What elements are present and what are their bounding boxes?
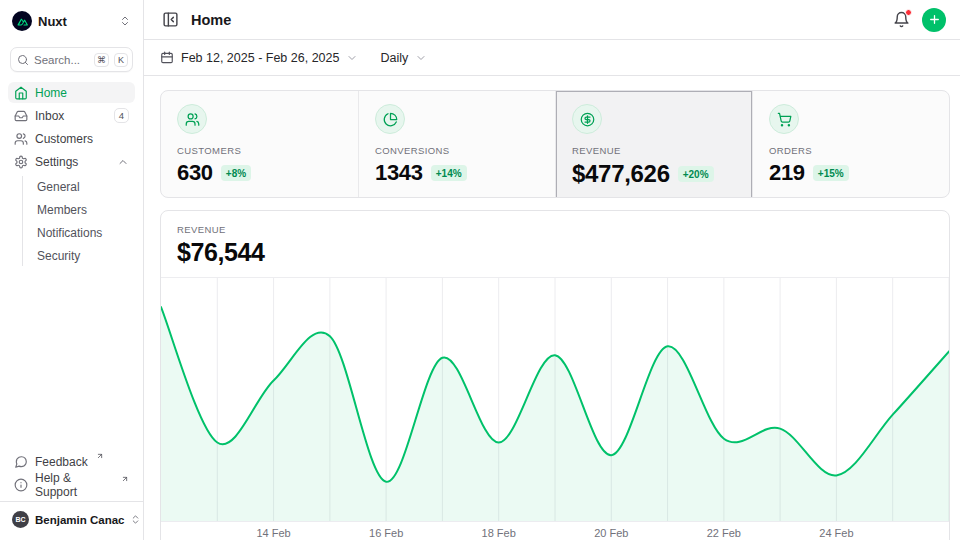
sidebar-item-members[interactable]: Members [35, 199, 135, 220]
chat-bubble-icon [14, 455, 28, 469]
stat-value: 630 [177, 160, 213, 186]
chevrons-up-down-icon [130, 514, 141, 525]
notifications-button[interactable] [891, 9, 912, 30]
x-axis-label: 16 Feb [369, 527, 403, 539]
nuxt-logo [12, 11, 32, 31]
stat-card-orders[interactable]: ORDERS 219 +15% [752, 91, 949, 198]
team-selector[interactable]: Nuxt [8, 8, 135, 34]
collapse-sidebar-button[interactable] [160, 9, 181, 30]
stat-delta-badge: +15% [813, 165, 849, 181]
dashboard-app: Nuxt Search... ⌘ K Home [0, 0, 960, 540]
sidebar-item-label: Settings [35, 155, 78, 169]
info-icon [14, 478, 28, 492]
sidebar-footer-nav: Feedback Help & Support [8, 451, 135, 495]
stats-row: CUSTOMERS 630 +8% CONVERSIONS 1343 +14% [160, 90, 950, 198]
sidebar-item-help-support[interactable]: Help & Support [8, 474, 135, 495]
plus-icon [928, 13, 941, 26]
inbox-count-badge: 4 [114, 108, 129, 123]
stat-delta-badge: +20% [678, 166, 714, 182]
search-icon [17, 54, 29, 66]
stat-card-customers[interactable]: CUSTOMERS 630 +8% [161, 91, 358, 198]
stat-label: REVENUE [572, 145, 736, 156]
chevron-down-icon [346, 52, 358, 64]
add-button[interactable] [922, 8, 946, 32]
filters-toolbar: Feb 12, 2025 - Feb 26, 2025 Daily [144, 40, 960, 76]
sidebar-item-home[interactable]: Home [8, 82, 135, 103]
stat-delta-badge: +8% [221, 165, 251, 181]
revenue-chart-plot[interactable] [161, 278, 949, 522]
chevrons-up-down-icon [119, 15, 131, 27]
sidebar-item-label: General [37, 180, 80, 194]
stat-label: CONVERSIONS [375, 145, 539, 156]
users-icon [177, 104, 207, 134]
main-panel: Home Feb 12, 2025 - Feb 26, 2025 [144, 0, 960, 540]
date-range-value: Feb 12, 2025 - Feb 26, 2025 [181, 51, 339, 65]
users-icon [14, 132, 28, 146]
sidebar-item-security[interactable]: Security [35, 245, 135, 266]
user-name: Benjamin Canac [35, 514, 124, 526]
page-title: Home [191, 12, 231, 28]
sidebar-item-settings[interactable]: Settings [8, 151, 135, 172]
stat-value: $477,626 [572, 160, 670, 188]
external-link-icon [121, 475, 129, 483]
sidebar-item-notifications[interactable]: Notifications [35, 222, 135, 243]
sidebar-item-inbox[interactable]: Inbox 4 [8, 105, 135, 126]
search-input[interactable]: Search... ⌘ K [10, 47, 133, 72]
sidebar-item-general[interactable]: General [35, 176, 135, 197]
stat-card-conversions[interactable]: CONVERSIONS 1343 +14% [358, 91, 555, 198]
period-select[interactable]: Daily [380, 51, 427, 65]
x-axis-label: 14 Feb [256, 527, 290, 539]
sidebar-spacer [8, 268, 135, 451]
stat-label: CUSTOMERS [177, 145, 342, 156]
notification-dot [905, 9, 912, 16]
stat-value: 1343 [375, 160, 423, 186]
circle-dollar-icon [572, 104, 602, 134]
stat-label: ORDERS [769, 145, 933, 156]
sidebar-item-label: Help & Support [35, 471, 113, 499]
stat-value: 219 [769, 160, 805, 186]
revenue-area-chart[interactable] [161, 278, 949, 521]
sidebar-item-label: Members [37, 203, 87, 217]
sidebar-item-feedback[interactable]: Feedback [8, 451, 135, 472]
date-range-picker[interactable]: Feb 12, 2025 - Feb 26, 2025 [160, 51, 358, 65]
x-axis-label: 20 Feb [594, 527, 628, 539]
revenue-chart-card: REVENUE $76,544 14 Feb16 Feb18 Feb20 Feb… [160, 210, 950, 540]
stat-card-revenue[interactable]: REVENUE $477,626 +20% [555, 91, 752, 198]
sidebar: Nuxt Search... ⌘ K Home [0, 0, 144, 540]
sidebar-item-label: Feedback [35, 455, 88, 469]
avatar: BC [12, 511, 29, 528]
chevron-down-icon [415, 52, 427, 64]
kbd-k: K [114, 53, 128, 67]
chevron-up-icon [117, 156, 129, 168]
chart-header: REVENUE $76,544 [161, 211, 949, 278]
chart-x-labels: 14 Feb16 Feb18 Feb20 Feb22 Feb24 Feb [161, 522, 949, 540]
sidebar-item-label: Inbox [35, 109, 64, 123]
x-axis-label: 24 Feb [819, 527, 853, 539]
calendar-icon [160, 51, 174, 65]
sidebar-user-section: BC Benjamin Canac [0, 501, 143, 532]
chart-metric-value: $76,544 [177, 238, 933, 267]
sidebar-item-customers[interactable]: Customers [8, 128, 135, 149]
gear-icon [14, 155, 28, 169]
kbd-meta: ⌘ [94, 53, 109, 67]
sidebar-item-label: Home [35, 86, 67, 100]
x-axis-label: 18 Feb [482, 527, 516, 539]
dashboard-content: CUSTOMERS 630 +8% CONVERSIONS 1343 +14% [144, 76, 960, 540]
top-header: Home [144, 0, 960, 40]
sidebar-item-label: Notifications [37, 226, 102, 240]
cart-icon [769, 104, 799, 134]
header-actions [891, 8, 946, 32]
stat-delta-badge: +14% [431, 165, 467, 181]
chart-metric-label: REVENUE [177, 224, 933, 235]
sidebar-item-label: Security [37, 249, 80, 263]
user-menu-button[interactable]: BC Benjamin Canac [8, 509, 135, 530]
sidebar-nav: Home Inbox 4 Customers Settings [8, 82, 135, 268]
inbox-icon [14, 109, 28, 123]
sidebar-item-label: Customers [35, 132, 93, 146]
external-link-icon [96, 452, 104, 460]
team-name: Nuxt [38, 14, 67, 29]
panel-left-close-icon [162, 11, 179, 28]
pie-chart-icon [375, 104, 405, 134]
settings-subnav: General Members Notifications Security [22, 176, 135, 266]
search-placeholder: Search... [34, 54, 89, 66]
